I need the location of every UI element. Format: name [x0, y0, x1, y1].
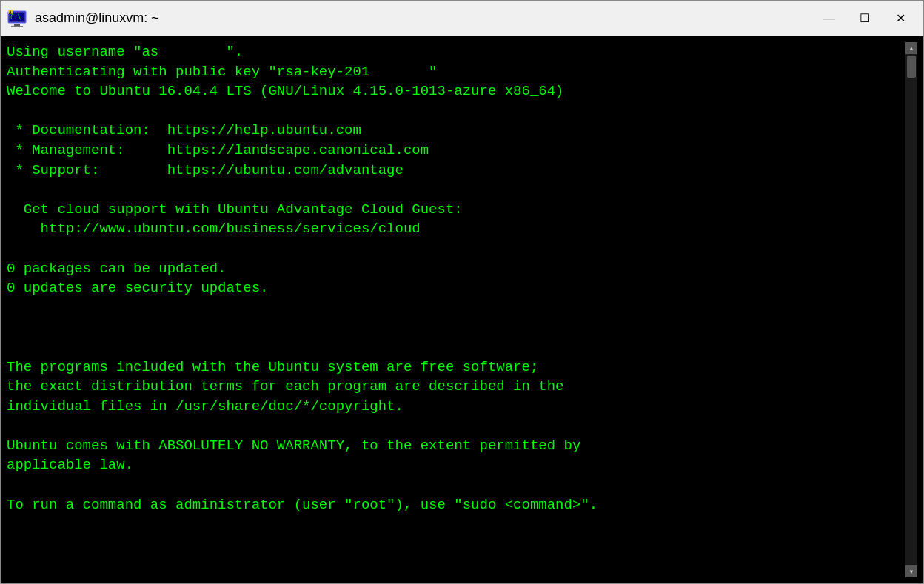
title-bar-controls: — ☐ ✕ — [812, 7, 917, 30]
terminal-icon: C:\ A — [7, 8, 27, 29]
svg-rect-3 — [14, 24, 20, 26]
scrollbar-thumb[interactable] — [907, 56, 916, 78]
title-bar: C:\ A asadmin@linuxvm: ~ — ☐ ✕ — [1, 1, 923, 36]
scrollbar[interactable]: ▲ ▼ — [905, 42, 917, 577]
maximize-button[interactable]: ☐ — [848, 7, 882, 30]
scroll-up-arrow[interactable]: ▲ — [905, 42, 917, 54]
close-button[interactable]: ✕ — [883, 7, 917, 30]
terminal-body[interactable]: Using username "as ". Authenticating wit… — [1, 36, 923, 583]
scrollbar-track[interactable] — [905, 54, 917, 565]
svg-text:A: A — [9, 10, 12, 15]
title-bar-left: C:\ A asadmin@linuxvm: ~ — [7, 8, 159, 29]
terminal-content: Using username "as ". Authenticating wit… — [7, 42, 905, 577]
svg-rect-4 — [11, 26, 23, 27]
window-title: asadmin@linuxvm: ~ — [35, 10, 159, 26]
svg-text:C:\: C:\ — [10, 14, 21, 21]
minimize-button[interactable]: — — [812, 7, 846, 30]
terminal-window: C:\ A asadmin@linuxvm: ~ — ☐ ✕ Using use… — [0, 0, 924, 584]
scroll-down-arrow[interactable]: ▼ — [905, 565, 917, 577]
